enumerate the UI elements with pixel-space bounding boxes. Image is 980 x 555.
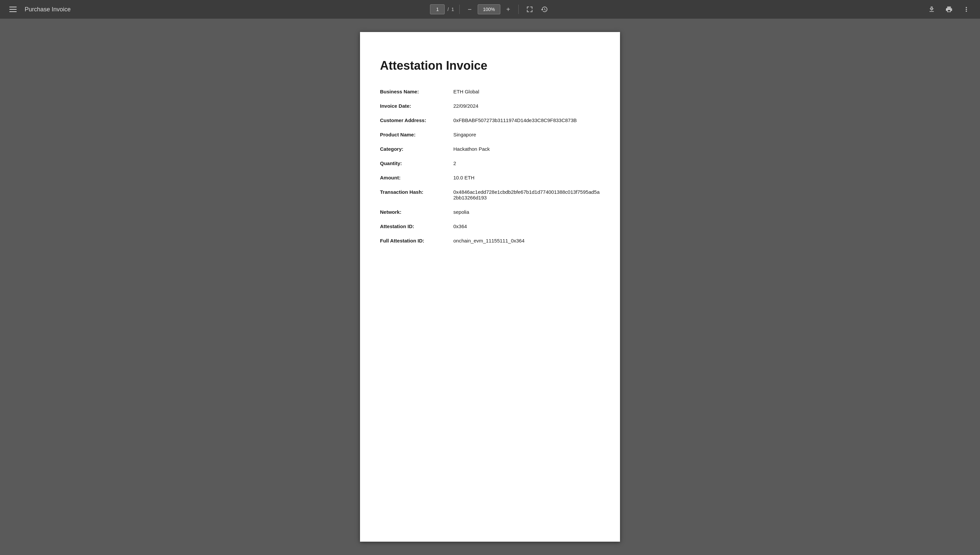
field-label: Transaction Hash: <box>380 189 453 195</box>
toolbar: Purchase Invoice / 1 − 100% + <box>0 0 980 19</box>
download-button[interactable] <box>926 4 937 15</box>
field-label: Full Attestation ID: <box>380 238 453 244</box>
field-value: 0x4846ac1edd728e1cbdb2bfe67b1d1d77400138… <box>453 189 600 201</box>
menu-button[interactable] <box>8 5 18 13</box>
divider-1 <box>459 5 460 14</box>
field-label: Network: <box>380 209 453 215</box>
field-value: Hackathon Pack <box>453 146 490 152</box>
field-row: Amount:10.0 ETH <box>380 175 600 180</box>
fit-page-button[interactable] <box>524 4 536 15</box>
invoice-fields: Business Name:ETH GlobalInvoice Date:22/… <box>380 89 600 244</box>
document-title: Purchase Invoice <box>25 6 71 13</box>
divider-2 <box>518 5 519 14</box>
page-number-input[interactable] <box>430 4 444 14</box>
field-label: Category: <box>380 146 453 152</box>
history-button[interactable] <box>539 4 550 15</box>
content-area: Attestation Invoice Business Name:ETH Gl… <box>0 19 980 555</box>
field-value: sepolia <box>453 209 469 215</box>
field-row: Invoice Date:22/09/2024 <box>380 103 600 109</box>
field-label: Amount: <box>380 175 453 180</box>
field-value: Singapore <box>453 132 476 137</box>
field-row: Product Name:Singapore <box>380 132 600 137</box>
field-row: Transaction Hash:0x4846ac1edd728e1cbdb2b… <box>380 189 600 201</box>
field-row: Business Name:ETH Global <box>380 89 600 95</box>
more-options-icon <box>962 6 970 13</box>
field-row: Customer Address:0xFBBABF507273b3111974D… <box>380 117 600 123</box>
field-value: ETH Global <box>453 89 479 95</box>
field-row: Network:sepolia <box>380 209 600 215</box>
field-value: 2 <box>453 160 456 166</box>
field-label: Product Name: <box>380 132 453 137</box>
field-label: Quantity: <box>380 160 453 166</box>
print-icon <box>945 6 953 13</box>
field-row: Category:Hackathon Pack <box>380 146 600 152</box>
more-options-button[interactable] <box>961 4 972 15</box>
fit-page-icon <box>526 6 533 13</box>
history-icon <box>541 6 548 13</box>
toolbar-center: / 1 − 100% + <box>430 4 550 15</box>
zoom-out-button[interactable]: − <box>465 5 474 14</box>
field-row: Full Attestation ID:onchain_evm_11155111… <box>380 238 600 244</box>
invoice-title: Attestation Invoice <box>380 59 600 73</box>
field-row: Attestation ID:0x364 <box>380 223 600 229</box>
print-button[interactable] <box>943 4 954 15</box>
page-input-wrapper: / 1 <box>430 4 454 14</box>
toolbar-right <box>555 4 972 15</box>
page-total: 1 <box>451 7 454 12</box>
field-label: Attestation ID: <box>380 223 453 229</box>
page-separator: / <box>447 7 449 12</box>
toolbar-left: Purchase Invoice <box>8 5 425 13</box>
field-value: 0x364 <box>453 223 467 229</box>
field-value: 0xFBBABF507273b3111974D14de33C8C9F833C87… <box>453 117 577 123</box>
pdf-page: Attestation Invoice Business Name:ETH Gl… <box>360 32 620 542</box>
field-value: 22/09/2024 <box>453 103 478 109</box>
zoom-in-button[interactable]: + <box>504 5 513 14</box>
field-value: 10.0 ETH <box>453 175 474 180</box>
field-label: Customer Address: <box>380 117 453 123</box>
field-label: Business Name: <box>380 89 453 95</box>
zoom-level-display: 100% <box>478 4 500 14</box>
field-label: Invoice Date: <box>380 103 453 109</box>
field-row: Quantity:2 <box>380 160 600 166</box>
download-icon <box>928 6 935 13</box>
field-value: onchain_evm_11155111_0x364 <box>453 238 525 244</box>
